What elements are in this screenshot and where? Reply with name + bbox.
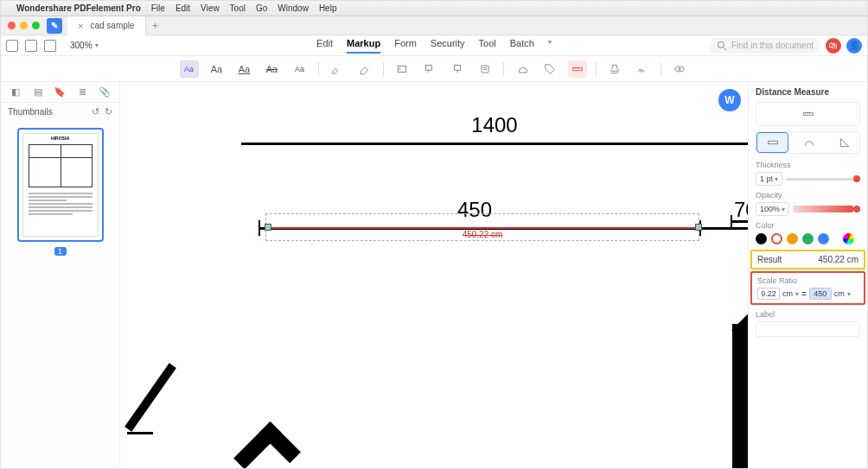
thickness-slider[interactable] [786, 178, 860, 181]
sign-icon[interactable] [633, 60, 652, 78]
thumbnails-tab-icon[interactable]: ▤ [31, 86, 45, 98]
thumbnails-toggle-icon[interactable] [25, 40, 37, 52]
mode-batch[interactable]: Batch [510, 38, 534, 54]
mode-security[interactable]: Security [431, 38, 465, 54]
thumbnail-page-number: 1 [54, 247, 67, 256]
text-strike-button[interactable]: Aa [263, 60, 282, 78]
close-window-button[interactable] [8, 22, 16, 29]
text-small-button[interactable]: Aa [290, 60, 310, 78]
callout1-icon[interactable] [420, 60, 439, 78]
zoom-dropdown[interactable]: 300% ▾ [70, 41, 99, 50]
svg-point-15 [678, 67, 680, 69]
measure-preview [756, 102, 860, 126]
grid-toggle-icon[interactable] [44, 40, 56, 52]
text-style2-button[interactable]: Aa [207, 60, 227, 78]
ruler-icon[interactable] [568, 60, 587, 78]
zoom-window-button[interactable] [32, 22, 40, 29]
tab-add-button[interactable]: + [146, 20, 165, 32]
rotate-right-icon[interactable]: ↻ [105, 106, 112, 117]
sidebar-toggle-icon[interactable] [6, 40, 18, 52]
scale-to-input[interactable]: 450 [809, 288, 832, 300]
textbox-icon[interactable] [393, 60, 412, 78]
tab-area[interactable] [829, 132, 859, 153]
tag-icon[interactable] [540, 60, 559, 78]
menu-window[interactable]: Window [278, 3, 309, 13]
menu-file[interactable]: File [151, 3, 165, 13]
scale-from-unit[interactable]: cm [782, 289, 793, 298]
menu-edit[interactable]: Edit [176, 3, 190, 13]
panel-title: Distance Measure [756, 87, 860, 97]
measure-handle-left[interactable] [265, 224, 271, 231]
minimize-window-button[interactable] [20, 22, 28, 29]
color-picker-icon[interactable] [843, 233, 854, 244]
tab-distance[interactable] [756, 132, 788, 153]
layers-tab-icon[interactable]: ≣ [75, 86, 89, 98]
account-icon[interactable]: 👤 [846, 38, 862, 54]
eye-icon[interactable] [670, 60, 689, 78]
toolbar-separator [596, 62, 597, 76]
label-input[interactable] [756, 321, 860, 337]
scale-to-unit[interactable]: cm [834, 289, 845, 298]
word-export-button[interactable]: W [718, 89, 741, 111]
note-icon[interactable] [475, 60, 495, 78]
document-canvas[interactable]: W 1400 450 70 450.22 cm [120, 82, 748, 468]
svg-rect-2 [398, 66, 405, 72]
app-name[interactable]: Wondershare PDFelement Pro [16, 3, 141, 13]
color-orange[interactable] [787, 233, 798, 244]
attachments-tab-icon[interactable]: 📎 [98, 86, 112, 98]
chevron-down-icon[interactable]: ▾ [548, 38, 552, 54]
thumbnail-page-1[interactable]: HIROSHI [17, 128, 104, 242]
tab-perimeter[interactable] [794, 132, 824, 153]
sidepanel-toggle-icon[interactable]: ◧ [9, 86, 22, 98]
mode-tabs: Edit Markup Form Security Tool Batch ▾ [316, 38, 552, 54]
mode-edit[interactable]: Edit [316, 38, 333, 54]
menu-help[interactable]: Help [319, 3, 337, 13]
svg-point-0 [718, 41, 724, 48]
mac-menubar: Wondershare PDFelement Pro File Edit Vie… [1, 1, 867, 16]
color-label: Color [756, 221, 860, 230]
bookmarks-tab-icon[interactable]: 🔖 [53, 86, 67, 98]
mode-tool[interactable]: Tool [479, 38, 496, 54]
measure-selection[interactable]: 450.22 cm [265, 213, 699, 241]
opacity-slider[interactable] [793, 206, 853, 212]
color-red[interactable] [771, 233, 782, 244]
menu-view[interactable]: View [201, 3, 220, 13]
drawing-shape-door [120, 358, 172, 462]
measure-handle-right[interactable] [695, 224, 702, 231]
scale-from-input[interactable]: 9.22 [757, 288, 780, 300]
tab-cad-sample[interactable]: × cad sample [67, 16, 146, 35]
tab-close-icon[interactable]: × [78, 21, 83, 31]
highlighter-icon[interactable] [328, 60, 347, 78]
text-underline-button[interactable]: Aa [235, 60, 254, 78]
color-black[interactable] [756, 233, 767, 244]
callout2-icon[interactable] [448, 60, 467, 78]
eraser-icon[interactable] [355, 60, 374, 78]
shop-icon[interactable]: 🛍 [826, 38, 841, 54]
color-green[interactable] [802, 233, 814, 244]
scale-label: Scale Ratio [757, 276, 858, 285]
cloud-icon[interactable] [513, 60, 532, 78]
opacity-select[interactable]: 100%▾ [756, 202, 789, 216]
markup-toolbar: Aa Aa Aa Aa Aa [1, 56, 867, 82]
drawing-tick [731, 220, 748, 223]
app-toolbar-row: 300% ▾ Edit Markup Form Security Tool Ba… [1, 35, 867, 56]
opacity-thumb[interactable] [853, 206, 860, 212]
properties-panel: Distance Measure Thickness 1 pt▾ Opacity… [748, 82, 867, 468]
dimension-70-label: 70 [734, 198, 748, 222]
text-highlight-button[interactable]: Aa [180, 60, 199, 78]
stamp-icon[interactable] [605, 60, 624, 78]
color-blue[interactable] [818, 233, 829, 244]
toolbar-separator [503, 62, 504, 76]
thickness-select[interactable]: 1 pt▾ [756, 172, 782, 186]
drawing-shape-wall [661, 289, 748, 468]
thickness-label: Thickness [756, 161, 860, 169]
menu-tool[interactable]: Tool [230, 3, 246, 13]
search-box[interactable]: Find in this document [709, 38, 820, 54]
rotate-left-icon[interactable]: ↺ [92, 106, 99, 117]
mode-markup[interactable]: Markup [347, 38, 380, 54]
toolbar-separator [661, 62, 661, 76]
mode-form[interactable]: Form [394, 38, 417, 54]
svg-point-14 [674, 67, 684, 72]
scale-equals: = [801, 289, 807, 299]
menu-go[interactable]: Go [256, 3, 267, 13]
